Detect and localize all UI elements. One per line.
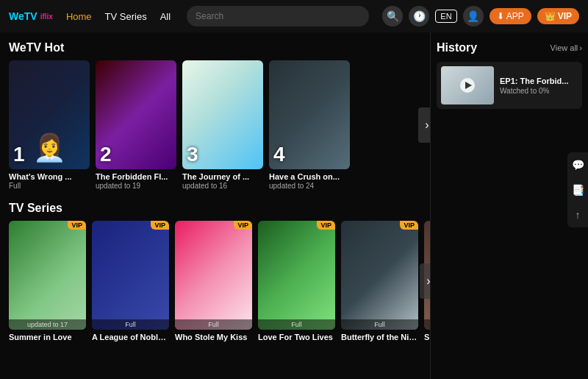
scroll-top-icon[interactable]: ↑: [570, 207, 586, 223]
app-btn-label: APP: [506, 11, 524, 21]
download-icon: ⬇: [497, 11, 504, 21]
hot-card-1[interactable]: 👩‍💼 1 What's Wrong ... Full: [9, 60, 90, 190]
tv-thumb-bg-2: [92, 221, 169, 330]
tv-card-img-3: VIP Full: [175, 221, 252, 330]
tv-section-title: TV Series: [9, 202, 62, 215]
hot-section-title: WeTV Hot: [9, 41, 64, 54]
history-thumbnail: [441, 66, 494, 105]
hot-card-title-4: Have a Crush on...: [269, 172, 350, 181]
tv-card-title-1: Summer in Love: [9, 333, 86, 341]
history-card-1[interactable]: EP1: The Forbid... Watched to 0%: [437, 62, 582, 109]
history-episode-label: EP1: The Forbid...: [500, 77, 578, 85]
tv-card-1[interactable]: VIP updated to 17 Summer in Love: [9, 221, 86, 341]
tv-card-title-6: She and Her Perfect Husband: [424, 333, 430, 341]
tv-card-title-3: Who Stole My Kiss: [175, 333, 252, 341]
tv-card-2[interactable]: VIP Full A League of Nobleman: [92, 221, 169, 341]
tv-card-3[interactable]: VIP Full Who Stole My Kiss: [175, 221, 252, 341]
hot-card-title-1: What's Wrong ...: [9, 172, 90, 181]
wetv-logo-text: WeTV: [9, 10, 37, 22]
search-icon-btn[interactable]: 🔍: [382, 6, 403, 26]
tv-card-img-5: VIP Full: [341, 221, 418, 330]
history-title: History: [437, 41, 477, 54]
nav-home[interactable]: Home: [63, 11, 95, 22]
tv-card-img-1: VIP updated to 17: [9, 221, 86, 330]
vip-button[interactable]: 👑 VIP: [537, 8, 579, 24]
tv-update-4: Full: [258, 319, 335, 330]
hot-card-img-1: 👩‍💼 1: [9, 60, 90, 169]
hot-card-number-3: 3: [187, 144, 198, 165]
vip-btn-label: VIP: [558, 11, 572, 21]
logo[interactable]: WeTV iflix: [9, 10, 53, 22]
tv-card-5[interactable]: VIP Full Butterfly of the Night: [341, 221, 418, 341]
tv-card-img-2: VIP Full: [92, 221, 169, 330]
nav-all[interactable]: All: [157, 11, 173, 22]
tv-card-title-5: Butterfly of the Night: [341, 333, 418, 341]
hot-card-title-3: The Journey of ...: [182, 172, 263, 181]
history-progress-label: Watched to 0%: [500, 87, 578, 95]
vip-badge-5: VIP: [400, 221, 418, 230]
nav-tv-series[interactable]: TV Series: [102, 11, 150, 22]
tv-section-next-arrow[interactable]: ›: [420, 263, 430, 299]
chevron-right-icon: ›: [579, 43, 582, 52]
tv-card-img-4: VIP Full: [258, 221, 335, 330]
view-all-label: View all: [551, 43, 578, 52]
hot-card-img-3: 3: [182, 60, 263, 169]
right-panel: History View all › EP1: The Forbid... Wa…: [430, 32, 588, 379]
vip-badge-1: VIP: [68, 221, 86, 230]
hot-card-number-2: 2: [100, 144, 112, 165]
tv-update-1: updated to 17: [9, 319, 86, 330]
tv-update-3: Full: [175, 319, 252, 330]
play-button-overlay: [460, 78, 475, 93]
hot-section-header: WeTV Hot: [9, 41, 430, 54]
hot-card-4[interactable]: 4 Have a Crush on... updated to 24: [269, 60, 350, 190]
tv-card-4[interactable]: VIP Full Love For Two Lives: [258, 221, 335, 341]
nav-icons: 🔍 🕐 EN 👤 ⬇ APP 👑 VIP: [382, 6, 579, 26]
tv-thumb-bg-1: [9, 221, 86, 330]
play-triangle-icon: [465, 82, 472, 89]
tv-update-2: Full: [92, 319, 169, 330]
tv-card-title-4: Love For Two Lives: [258, 333, 335, 341]
vip-badge-3: VIP: [234, 221, 252, 230]
iflix-logo-text: iflix: [40, 13, 53, 21]
vip-badge-4: VIP: [317, 221, 335, 230]
hot-card-2[interactable]: 2 The Forbidden Fl... updated to 19: [96, 60, 176, 190]
tv-thumb-bg-4: [258, 221, 335, 330]
tv-update-5: Full: [341, 319, 418, 330]
side-icons-panel: 💬 📑 ↑: [567, 152, 588, 227]
navbar: WeTV iflix Home TV Series All 🔍 🕐 EN 👤 ⬇…: [0, 0, 588, 32]
hot-card-number-4: 4: [273, 144, 285, 165]
tv-card-title-2: A League of Nobleman: [92, 333, 169, 341]
hot-card-number-1: 1: [13, 144, 25, 165]
hot-card-title-2: The Forbidden Fl...: [96, 172, 176, 181]
main-content: WeTV Hot 👩‍💼 1 What's Wrong ... Full: [0, 32, 588, 379]
language-button[interactable]: EN: [435, 10, 456, 23]
hot-card-img-2: 2: [96, 60, 176, 169]
tv-thumb-bg-3: [175, 221, 252, 330]
hot-card-sub-1: Full: [9, 182, 90, 190]
vip-badge-2: VIP: [151, 221, 169, 230]
history-header: History View all ›: [437, 41, 582, 54]
tv-section-header: TV Series: [9, 202, 430, 215]
app-button[interactable]: ⬇ APP: [490, 8, 531, 24]
hot-section-next-arrow[interactable]: ›: [418, 107, 430, 143]
search-input[interactable]: [187, 6, 369, 26]
tv-update-6: Full: [424, 319, 430, 330]
hot-grid: 👩‍💼 1 What's Wrong ... Full 2 The Forbid…: [9, 60, 430, 190]
history-info: EP1: The Forbid... Watched to 0%: [500, 77, 578, 95]
crown-icon: 👑: [545, 11, 556, 21]
view-all-link[interactable]: View all ›: [551, 43, 582, 52]
hot-card-sub-3: updated to 16: [182, 182, 263, 190]
tv-thumb-bg-5: [341, 221, 418, 330]
comment-side-icon[interactable]: 💬: [570, 157, 586, 173]
tv-grid: VIP updated to 17 Summer in Love VIP Ful…: [9, 221, 430, 341]
tv-section: TV Series VIP updated to 17 Summer in Lo…: [9, 202, 430, 341]
hot-card-3[interactable]: 3 The Journey of ... updated to 16: [182, 60, 263, 190]
bookmark-side-icon[interactable]: 📑: [570, 182, 586, 198]
hot-card-img-4: 4: [269, 60, 350, 169]
profile-icon-btn[interactable]: 👤: [463, 6, 484, 26]
hot-section: WeTV Hot 👩‍💼 1 What's Wrong ... Full: [9, 41, 430, 190]
left-panel: WeTV Hot 👩‍💼 1 What's Wrong ... Full: [0, 32, 430, 379]
hot-card-sub-2: updated to 19: [96, 182, 176, 190]
hot-card-sub-4: updated to 24: [269, 182, 350, 190]
history-icon-btn[interactable]: 🕐: [409, 6, 429, 26]
